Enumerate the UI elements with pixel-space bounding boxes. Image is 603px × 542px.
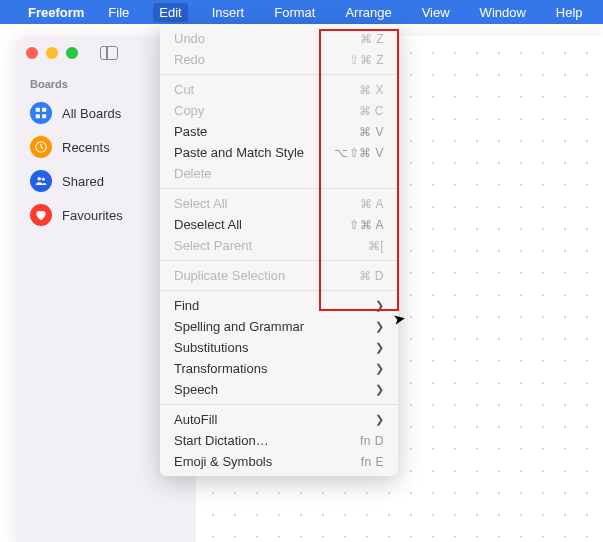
menu-shortcut: ⌘ Z — [360, 32, 384, 46]
menu-item-label: Cut — [174, 82, 194, 97]
menu-item-label: Copy — [174, 103, 204, 118]
menu-separator — [160, 188, 398, 189]
menu-item-autofill[interactable]: AutoFill❯ — [160, 409, 398, 430]
menu-item-label: Transformations — [174, 361, 267, 376]
chevron-right-icon: ❯ — [375, 362, 384, 375]
menu-item-redo: Redo⇧⌘ Z — [160, 49, 398, 70]
menu-item-label: Delete — [174, 166, 212, 181]
menu-item-label: Paste and Match Style — [174, 145, 304, 160]
menu-item-label: Duplicate Selection — [174, 268, 285, 283]
menu-shortcut: ⌘ A — [360, 197, 384, 211]
menu-shortcut: ⌘ C — [359, 104, 385, 118]
sidebar-item-label: All Boards — [62, 106, 121, 121]
maximize-button[interactable] — [66, 47, 78, 59]
menu-item-delete: Delete — [160, 163, 398, 184]
menu-item-duplicate-selection: Duplicate Selection⌘ D — [160, 265, 398, 286]
svg-rect-0 — [36, 108, 40, 112]
svg-rect-2 — [36, 114, 40, 118]
chevron-right-icon: ❯ — [375, 383, 384, 396]
chevron-right-icon: ❯ — [375, 299, 384, 312]
menu-item-select-parent: Select Parent⌘[ — [160, 235, 398, 256]
sidebar-item-label: Recents — [62, 140, 110, 155]
menu-shortcut: ⌘ X — [359, 83, 384, 97]
menu-item-copy: Copy⌘ C — [160, 100, 398, 121]
chevron-right-icon: ❯ — [375, 320, 384, 333]
menu-view[interactable]: View — [416, 3, 456, 22]
sidebar-item-label: Favourites — [62, 208, 123, 223]
menu-edit[interactable]: Edit — [153, 3, 187, 22]
grid-icon — [30, 102, 52, 124]
menu-shortcut: ⇧⌘ Z — [349, 53, 384, 67]
sidebar-item-label: Shared — [62, 174, 104, 189]
menu-item-label: Paste — [174, 124, 207, 139]
menu-item-transformations[interactable]: Transformations❯ — [160, 358, 398, 379]
menu-item-find[interactable]: Find❯ — [160, 295, 398, 316]
menu-item-label: Select All — [174, 196, 227, 211]
app-name[interactable]: Freeform — [28, 5, 84, 20]
menu-item-label: Substitutions — [174, 340, 248, 355]
menu-item-emoji-symbols[interactable]: Emoji & Symbolsfn E — [160, 451, 398, 472]
svg-rect-3 — [42, 114, 46, 118]
menu-shortcut: ⌘ D — [359, 269, 385, 283]
menu-item-cut: Cut⌘ X — [160, 79, 398, 100]
menu-file[interactable]: File — [102, 3, 135, 22]
menu-insert[interactable]: Insert — [206, 3, 251, 22]
menu-item-label: Speech — [174, 382, 218, 397]
menu-separator — [160, 260, 398, 261]
menu-shortcut: ⌘[ — [368, 239, 384, 253]
menu-shortcut: fn D — [360, 434, 384, 448]
menu-item-label: Deselect All — [174, 217, 242, 232]
close-button[interactable] — [26, 47, 38, 59]
edit-dropdown-menu: Undo⌘ ZRedo⇧⌘ ZCut⌘ XCopy⌘ CPaste⌘ VPast… — [160, 24, 398, 476]
chevron-right-icon: ❯ — [375, 413, 384, 426]
menu-item-undo: Undo⌘ Z — [160, 28, 398, 49]
menu-shortcut: ⌥⇧⌘ V — [334, 146, 384, 160]
menu-item-label: Undo — [174, 31, 205, 46]
menu-separator — [160, 404, 398, 405]
menubar: Freeform File Edit Insert Format Arrange… — [0, 0, 603, 24]
menu-item-label: Redo — [174, 52, 205, 67]
menu-item-label: Start Dictation… — [174, 433, 269, 448]
menu-item-label: Emoji & Symbols — [174, 454, 272, 469]
menu-item-start-dictation[interactable]: Start Dictation…fn D — [160, 430, 398, 451]
menu-help[interactable]: Help — [550, 3, 589, 22]
menu-shortcut: fn E — [361, 455, 384, 469]
menu-item-paste[interactable]: Paste⌘ V — [160, 121, 398, 142]
menu-item-label: AutoFill — [174, 412, 217, 427]
menu-window[interactable]: Window — [474, 3, 532, 22]
heart-icon — [30, 204, 52, 226]
minimize-button[interactable] — [46, 47, 58, 59]
menu-item-label: Select Parent — [174, 238, 252, 253]
people-icon — [30, 170, 52, 192]
menu-shortcut: ⇧⌘ A — [349, 218, 384, 232]
menu-item-deselect-all[interactable]: Deselect All⇧⌘ A — [160, 214, 398, 235]
svg-point-5 — [38, 177, 42, 181]
svg-point-6 — [42, 178, 45, 181]
chevron-right-icon: ❯ — [375, 341, 384, 354]
svg-rect-1 — [42, 108, 46, 112]
menu-item-spelling-and-grammar[interactable]: Spelling and Grammar❯ — [160, 316, 398, 337]
sidebar-toggle-icon[interactable] — [100, 46, 118, 60]
menu-arrange[interactable]: Arrange — [339, 3, 397, 22]
clock-icon — [30, 136, 52, 158]
menu-separator — [160, 290, 398, 291]
menu-item-substitutions[interactable]: Substitutions❯ — [160, 337, 398, 358]
menu-item-label: Find — [174, 298, 199, 313]
menu-item-speech[interactable]: Speech❯ — [160, 379, 398, 400]
menu-item-label: Spelling and Grammar — [174, 319, 304, 334]
menu-item-paste-and-match-style[interactable]: Paste and Match Style⌥⇧⌘ V — [160, 142, 398, 163]
menu-item-select-all: Select All⌘ A — [160, 193, 398, 214]
menu-shortcut: ⌘ V — [359, 125, 384, 139]
menu-separator — [160, 74, 398, 75]
menu-format[interactable]: Format — [268, 3, 321, 22]
